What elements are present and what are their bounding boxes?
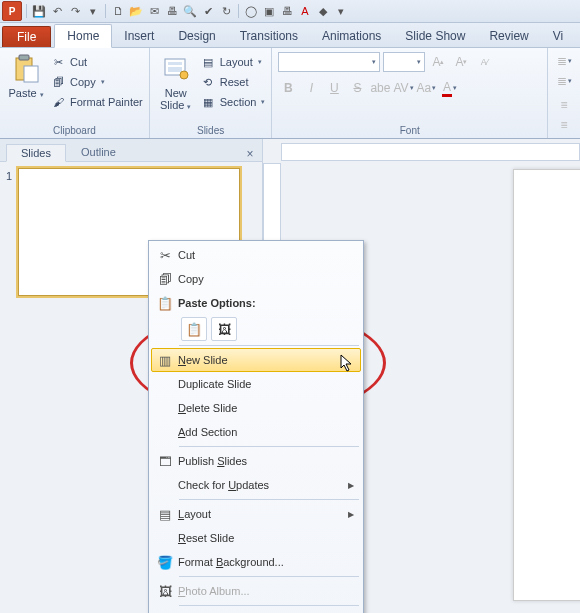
new-slide-icon	[160, 53, 192, 85]
new-icon[interactable]: 🗋	[110, 3, 126, 19]
paste-button[interactable]: Paste ▾	[6, 51, 46, 124]
char-spacing-button[interactable]: AV▾	[393, 78, 413, 98]
paste-icon	[10, 53, 42, 85]
shape-icon[interactable]: ◯	[243, 3, 259, 19]
paste-icon: 📋	[152, 292, 178, 314]
cut-button[interactable]: ✂Cut	[50, 53, 143, 71]
side-close-icon[interactable]: ×	[242, 147, 258, 161]
redo-icon[interactable]: ↷	[67, 3, 83, 19]
tab-insert[interactable]: Insert	[112, 25, 166, 47]
shrink-font-button[interactable]: A▾	[451, 52, 471, 72]
format-painter-button[interactable]: 🖌Format Painter	[50, 93, 143, 111]
svg-rect-1	[19, 55, 29, 60]
ctx-duplicate-slide[interactable]: Duplicate Slide	[151, 372, 361, 396]
group-clipboard: Paste ▾ ✂Cut 🗐Copy▾ 🖌Format Painter Clip…	[0, 48, 150, 138]
ribbon: Paste ▾ ✂Cut 🗐Copy▾ 🖌Format Painter Clip…	[0, 48, 580, 139]
numbering-button[interactable]: ≣▾	[554, 71, 574, 91]
ctx-format-background[interactable]: 🪣Format Background...	[151, 550, 361, 574]
format-bg-icon: 🪣	[152, 551, 178, 573]
context-menu: ✂Cut 🗐Copy 📋Paste Options: 📋 🖼 ▥New Slid…	[148, 240, 364, 613]
ctx-layout[interactable]: ▤Layout▶	[151, 502, 361, 526]
save-icon[interactable]: 💾	[31, 3, 47, 19]
side-tab-outline[interactable]: Outline	[66, 143, 131, 161]
ctx-new-slide[interactable]: ▥New Slide	[151, 348, 361, 372]
bold-button[interactable]: B	[278, 78, 298, 98]
repeat-icon[interactable]: ↻	[218, 3, 234, 19]
tab-view[interactable]: Vi	[541, 25, 575, 47]
font-name-combo[interactable]: ▾	[278, 52, 380, 72]
group-slides: New Slide ▾ ▤Layout▾ ⟲Reset ▦Section▾ Sl…	[150, 48, 273, 138]
tab-slideshow[interactable]: Slide Show	[393, 25, 477, 47]
bullets-button[interactable]: ≣▾	[554, 51, 574, 71]
spelling-icon[interactable]: ✔	[200, 3, 216, 19]
new-slide-icon: ▥	[152, 349, 178, 371]
tab-home[interactable]: Home	[54, 24, 112, 48]
undo-icon[interactable]: ↶	[49, 3, 65, 19]
font-size-combo[interactable]: ▾	[383, 52, 425, 72]
group-paragraph: ≣▾ ≣▾ ≡ ≡	[548, 48, 580, 138]
tab-design[interactable]: Design	[166, 25, 227, 47]
ctx-cut[interactable]: ✂Cut	[151, 243, 361, 267]
qat-more-icon[interactable]: ▾	[85, 3, 101, 19]
ctx-paste-options: 📋Paste Options:	[151, 291, 361, 315]
ctx-hide-slide[interactable]: ▭Hide Slide	[151, 608, 361, 613]
svg-point-6	[180, 71, 188, 79]
print-icon[interactable]: 🖶	[279, 3, 295, 19]
ctx-add-section[interactable]: Add Section	[151, 420, 361, 444]
open-icon[interactable]: 📂	[128, 3, 144, 19]
app-icon[interactable]: P	[2, 1, 22, 21]
email-icon[interactable]: ✉	[146, 3, 162, 19]
align-center-button[interactable]: ≡	[554, 115, 574, 135]
tab-review[interactable]: Review	[477, 25, 540, 47]
paste-dest-theme[interactable]: 📋	[181, 317, 207, 341]
ctx-reset-slide[interactable]: Reset Slide	[151, 526, 361, 550]
copy-icon: 🗐	[152, 268, 178, 290]
cut-icon: ✂	[152, 244, 178, 266]
ctx-photo-album: 🖼Photo Album...	[151, 579, 361, 603]
italic-button[interactable]: I	[301, 78, 321, 98]
shape-fill-icon[interactable]: ◆	[315, 3, 331, 19]
svg-rect-2	[24, 66, 38, 82]
section-button[interactable]: ▦Section▾	[200, 93, 266, 111]
ctx-publish-slides[interactable]: 🗔Publish Slides	[151, 449, 361, 473]
tab-transitions[interactable]: Transitions	[228, 25, 310, 47]
group-icon[interactable]: ▣	[261, 3, 277, 19]
copy-button[interactable]: 🗐Copy▾	[50, 73, 143, 91]
tab-animations[interactable]: Animations	[310, 25, 393, 47]
new-slide-button[interactable]: New Slide ▾	[156, 51, 196, 124]
quickprint-icon[interactable]: 🖶	[164, 3, 180, 19]
reset-button[interactable]: ⟲Reset	[200, 73, 266, 91]
group-font: ▾ ▾ A▴ A▾ A⁄ B I U S abe AV▾ Aa▾ A▾ Font	[272, 48, 548, 138]
shadow-button[interactable]: abe	[370, 78, 390, 98]
ctx-check-updates[interactable]: Check for Updates▶	[151, 473, 361, 497]
grow-font-button[interactable]: A▴	[428, 52, 448, 72]
ctx-delete-slide[interactable]: Delete Slide	[151, 396, 361, 420]
ctx-copy[interactable]: 🗐Copy	[151, 267, 361, 291]
svg-rect-4	[168, 62, 182, 65]
photo-album-icon: 🖼	[152, 580, 178, 602]
reset-icon: ⟲	[200, 74, 216, 90]
group-label-font: Font	[278, 124, 541, 138]
font-color-icon[interactable]: A	[297, 3, 313, 19]
ribbon-tabs: File Home Insert Design Transitions Anim…	[0, 23, 580, 48]
preview-icon[interactable]: 🔍	[182, 3, 198, 19]
slide-canvas[interactable]	[513, 169, 580, 601]
format-painter-icon: 🖌	[50, 94, 66, 110]
layout-icon: ▤	[200, 54, 216, 70]
side-tab-slides[interactable]: Slides	[6, 144, 66, 162]
qat-customize-icon[interactable]: ▾	[333, 3, 349, 19]
paste-picture[interactable]: 🖼	[211, 317, 237, 341]
section-icon: ▦	[200, 94, 216, 110]
font-color-button[interactable]: A▾	[439, 78, 459, 98]
side-tabs: Slides Outline ×	[0, 139, 262, 162]
layout-button[interactable]: ▤Layout▾	[200, 53, 266, 71]
change-case-button[interactable]: Aa▾	[416, 78, 436, 98]
tab-file[interactable]: File	[2, 26, 51, 47]
strike-button[interactable]: S	[347, 78, 367, 98]
underline-button[interactable]: U	[324, 78, 344, 98]
copy-icon: 🗐	[50, 74, 66, 90]
align-left-button[interactable]: ≡	[554, 95, 574, 115]
clear-format-button[interactable]: A⁄	[474, 52, 494, 72]
layout-icon: ▤	[152, 503, 178, 525]
mouse-cursor	[340, 354, 356, 374]
